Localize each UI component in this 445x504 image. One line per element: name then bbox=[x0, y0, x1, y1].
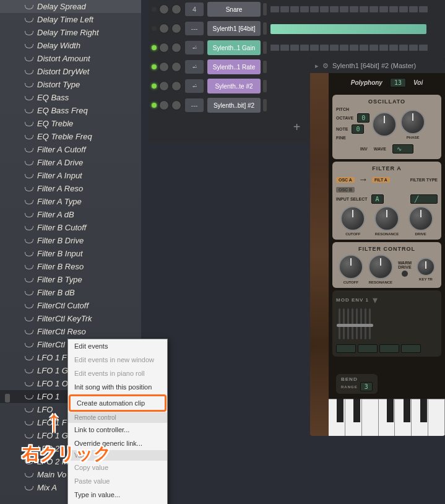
env-dest[interactable] bbox=[336, 344, 356, 353]
param-item[interactable]: Filter A Type bbox=[0, 195, 141, 208]
param-item[interactable]: Filter B Drive bbox=[0, 234, 141, 247]
channel-selector[interactable] bbox=[263, 80, 267, 92]
param-item[interactable]: Filter A Drive bbox=[0, 156, 141, 169]
channel-number[interactable]: 4 bbox=[185, 2, 204, 16]
volume-knob[interactable] bbox=[372, 112, 397, 137]
param-item[interactable]: Filter B Cutoff bbox=[0, 221, 141, 234]
channel-led[interactable] bbox=[152, 84, 157, 89]
param-item[interactable]: Filter B Type bbox=[0, 273, 141, 286]
osc-b-pill[interactable]: OSC B bbox=[336, 187, 355, 193]
step-grid[interactable] bbox=[270, 6, 428, 12]
param-item[interactable]: Filter B dB bbox=[0, 286, 141, 299]
param-item[interactable]: Filter B Input bbox=[0, 247, 141, 260]
param-item[interactable]: Delay Spread bbox=[0, 0, 141, 13]
channel-name[interactable]: Sylenth1 [64bit] bbox=[207, 21, 261, 36]
vol-knob[interactable] bbox=[171, 24, 181, 33]
param-item[interactable]: Delay Width bbox=[0, 39, 141, 52]
pan-knob[interactable] bbox=[159, 24, 169, 33]
ctx-type-value[interactable]: Type in value... bbox=[68, 488, 167, 502]
vol-knob[interactable] bbox=[171, 62, 181, 72]
channel-led[interactable] bbox=[152, 7, 157, 12]
pan-knob[interactable] bbox=[159, 4, 169, 14]
ctx-init-song[interactable]: Init song with this position bbox=[68, 380, 167, 394]
param-item[interactable]: Filter B Reso bbox=[0, 260, 141, 273]
chevron-down-icon[interactable]: ▾ bbox=[373, 294, 378, 306]
plugin-titlebar[interactable]: ▸ ⚙ Sylenth1 [64bit] #2 (Master) bbox=[310, 58, 445, 73]
note-value[interactable]: 0 bbox=[352, 124, 364, 134]
env-slider[interactable] bbox=[347, 308, 349, 339]
env-dest[interactable] bbox=[379, 344, 399, 353]
filter-type-display[interactable]: ╱ bbox=[410, 194, 438, 204]
channel-name[interactable]: Sylenth..bit] #2 bbox=[207, 98, 261, 113]
keytrk-knob[interactable] bbox=[417, 258, 435, 276]
cutoff-knob[interactable] bbox=[340, 206, 365, 231]
polyphony-value[interactable]: 13 bbox=[390, 78, 406, 87]
channel-number[interactable]: ⩫ bbox=[185, 41, 204, 54]
param-item[interactable]: FilterCtl Reso bbox=[0, 325, 141, 338]
env-slider[interactable] bbox=[365, 308, 366, 339]
input-select-value[interactable]: A bbox=[371, 194, 384, 204]
drive-knob[interactable] bbox=[408, 206, 433, 231]
channel-name[interactable]: Snare bbox=[207, 2, 261, 17]
resonance-knob[interactable] bbox=[374, 206, 399, 231]
param-item[interactable]: EQ Treble bbox=[0, 117, 141, 130]
vol-knob[interactable] bbox=[171, 43, 181, 53]
channel-selector[interactable] bbox=[263, 99, 267, 111]
param-item[interactable]: EQ Bass bbox=[0, 91, 141, 104]
channel-number[interactable]: ⩫ bbox=[185, 60, 204, 74]
channel-number[interactable]: --- bbox=[185, 98, 204, 112]
param-item[interactable]: Distort Amount bbox=[0, 52, 141, 65]
param-item[interactable]: Distort Type bbox=[0, 78, 141, 91]
env-slider[interactable] bbox=[369, 308, 371, 339]
channel-led[interactable] bbox=[152, 26, 157, 31]
param-item[interactable]: Filter A Reso bbox=[0, 182, 141, 195]
param-item[interactable]: FilterCtl Cutoff bbox=[0, 299, 141, 312]
channel-selector[interactable] bbox=[263, 61, 267, 73]
env-dest[interactable] bbox=[358, 344, 378, 353]
param-item[interactable]: Filter A Input bbox=[0, 169, 141, 182]
channel-led[interactable] bbox=[152, 103, 157, 108]
channel-number[interactable]: ⩫ bbox=[185, 79, 204, 93]
pan-knob[interactable] bbox=[159, 43, 169, 53]
bend-range-value[interactable]: 3 bbox=[360, 382, 373, 391]
osc-a-pill[interactable]: OSC A bbox=[336, 177, 355, 183]
pan-knob[interactable] bbox=[159, 62, 169, 72]
channel-selector[interactable] bbox=[263, 22, 267, 35]
vol-knob[interactable] bbox=[171, 100, 181, 110]
fc-cutoff-knob[interactable] bbox=[339, 254, 363, 279]
param-item[interactable]: EQ Treble Freq bbox=[0, 130, 141, 143]
ctx-edit-events[interactable]: Edit events bbox=[68, 339, 167, 353]
ctx-create-automation[interactable]: Create automation clip bbox=[69, 394, 166, 412]
channel-led[interactable] bbox=[152, 45, 157, 50]
warm-led[interactable] bbox=[402, 271, 408, 277]
channel-name[interactable]: Sylenth..1 Gain bbox=[207, 40, 261, 55]
channel-name[interactable]: Sylenth..1 Rate bbox=[207, 59, 261, 74]
fc-resonance-knob[interactable] bbox=[368, 254, 393, 279]
filt-a-pill[interactable]: FILT A bbox=[372, 177, 390, 183]
param-item[interactable]: Filter A dB bbox=[0, 208, 141, 221]
channel-selector[interactable] bbox=[263, 41, 267, 54]
channel-selector[interactable] bbox=[263, 3, 267, 15]
gear-icon[interactable]: ⚙ bbox=[322, 62, 329, 70]
param-item[interactable]: FilterCtl KeyTrk bbox=[0, 312, 141, 325]
ctx-set[interactable]: Set... bbox=[68, 502, 167, 504]
param-item[interactable]: Delay Time Right bbox=[0, 26, 141, 39]
env-dest[interactable] bbox=[401, 344, 421, 353]
param-item[interactable]: Delay Time Left bbox=[0, 13, 141, 26]
octave-value[interactable]: 0 bbox=[357, 113, 369, 123]
collapse-handle[interactable] bbox=[5, 394, 10, 402]
channel-name[interactable]: Sylenth..te #2 bbox=[207, 79, 261, 93]
vol-knob[interactable] bbox=[171, 81, 181, 91]
env-slider[interactable] bbox=[352, 308, 353, 339]
env-slider[interactable] bbox=[343, 308, 345, 339]
env-slider[interactable] bbox=[339, 308, 340, 339]
keyboard[interactable] bbox=[329, 399, 445, 436]
wave-display[interactable]: ∿ bbox=[392, 144, 413, 154]
param-item[interactable]: Filter A Cutoff bbox=[0, 143, 141, 156]
vol-knob[interactable] bbox=[171, 4, 181, 14]
automation-bar[interactable] bbox=[270, 24, 426, 34]
ctx-link-controller[interactable]: Link to controller... bbox=[68, 423, 167, 437]
param-item[interactable]: Distort DryWet bbox=[0, 65, 141, 78]
nav-arrow-icon[interactable]: ▸ bbox=[315, 62, 319, 70]
param-item[interactable]: EQ Bass Freq bbox=[0, 104, 141, 117]
